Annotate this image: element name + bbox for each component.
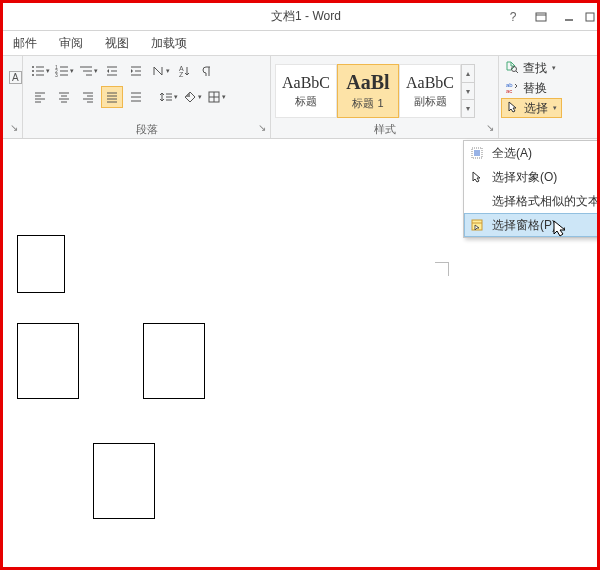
ribbon-tabs: 邮件 审阅 视图 加载项 — [3, 31, 597, 55]
shape-rect-3[interactable] — [143, 323, 205, 399]
editing-group: 查找 ▾ abac 替换 选择 ▾ — [499, 56, 597, 138]
font-launcher-icon[interactable]: ↘ — [10, 122, 18, 133]
svg-rect-0 — [536, 13, 546, 21]
shading-button[interactable]: ▾ — [181, 86, 203, 108]
paragraph-launcher-icon[interactable]: ↘ — [258, 122, 266, 133]
svg-text:ac: ac — [506, 88, 512, 94]
paragraph-group: ▾ 123▾ ▾ ▾ AZ ▾ ▾ — [23, 56, 271, 138]
menu-select-objects[interactable]: 选择对象(O) — [464, 165, 600, 189]
align-center-button[interactable] — [53, 86, 75, 108]
paragraph-group-label: 段落 — [136, 123, 158, 135]
select-button[interactable]: 选择 ▾ — [501, 98, 562, 118]
styles-group-label: 样式 — [374, 123, 396, 135]
ribbon: A ↘ ▾ 123▾ ▾ ▾ AZ — [3, 55, 597, 139]
styles-down-icon[interactable]: ▾ — [462, 83, 474, 101]
select-icon — [506, 100, 520, 117]
align-right-button[interactable] — [77, 86, 99, 108]
title-bar: 文档1 - Word ? — [3, 3, 597, 31]
find-button[interactable]: 查找 ▾ — [501, 58, 560, 78]
find-dropdown-icon[interactable]: ▾ — [552, 64, 556, 72]
svg-point-8 — [32, 74, 34, 76]
styles-more-icon[interactable]: ▾ — [462, 100, 474, 117]
window-controls: ? — [499, 4, 597, 30]
svg-text:Z: Z — [179, 71, 184, 78]
svg-text:3: 3 — [55, 72, 58, 78]
mouse-cursor-icon — [552, 219, 568, 239]
styles-scroller[interactable]: ▴ ▾ ▾ — [461, 64, 475, 118]
select-dropdown-icon[interactable]: ▾ — [553, 104, 557, 112]
window-title: 文档1 - Word — [3, 8, 499, 25]
maximize-button[interactable] — [583, 4, 597, 30]
clear-format-icon[interactable]: A — [9, 71, 22, 84]
menu-selection-pane[interactable]: 选择窗格(P)... — [464, 213, 600, 237]
style-heading1[interactable]: AaBl 标题 1 — [337, 64, 399, 118]
sort-button[interactable]: AZ — [173, 60, 195, 82]
style-title[interactable]: AaBbC 标题 — [275, 64, 337, 118]
borders-button[interactable]: ▾ — [205, 86, 227, 108]
svg-point-4 — [32, 66, 34, 68]
select-menu: 全选(A) 选择对象(O) 选择格式相似的文本 选择窗格(P)... — [463, 140, 600, 238]
bullets-button[interactable]: ▾ — [29, 60, 51, 82]
menu-select-all[interactable]: 全选(A) — [464, 141, 600, 165]
text-direction-button[interactable]: ▾ — [149, 60, 171, 82]
svg-rect-3 — [586, 13, 594, 21]
replace-icon: abac — [505, 80, 519, 97]
ribbon-display-button[interactable] — [527, 4, 555, 30]
selection-pane-icon — [468, 218, 486, 232]
style-subtitle[interactable]: AaBbC 副标题 — [399, 64, 461, 118]
replace-button[interactable]: abac 替换 — [501, 78, 551, 98]
tab-view[interactable]: 视图 — [103, 33, 131, 54]
menu-select-similar[interactable]: 选择格式相似的文本 — [464, 189, 600, 213]
tab-addins[interactable]: 加载项 — [149, 33, 189, 54]
numbering-button[interactable]: 123▾ — [53, 60, 75, 82]
shape-rect-4[interactable] — [93, 443, 155, 519]
shape-rect-1[interactable] — [17, 235, 65, 293]
show-marks-button[interactable] — [197, 60, 219, 82]
align-left-button[interactable] — [29, 86, 51, 108]
svg-line-53 — [516, 71, 518, 73]
minimize-button[interactable] — [555, 4, 583, 30]
font-group-edge: A ↘ — [3, 56, 23, 138]
word-window: 文档1 - Word ? 邮件 审阅 视图 加载项 A — [0, 0, 600, 570]
shape-rect-2[interactable] — [17, 323, 79, 399]
styles-up-icon[interactable]: ▴ — [462, 65, 474, 83]
multilevel-button[interactable]: ▾ — [77, 60, 99, 82]
styles-launcher-icon[interactable]: ↘ — [486, 122, 494, 133]
align-justify-button[interactable] — [101, 86, 123, 108]
svg-point-6 — [32, 70, 34, 72]
decrease-indent-button[interactable] — [101, 60, 123, 82]
page-margin-mark — [435, 262, 449, 276]
find-icon — [505, 60, 519, 77]
select-all-icon — [468, 146, 486, 160]
tab-mailings[interactable]: 邮件 — [11, 33, 39, 54]
increase-indent-button[interactable] — [125, 60, 147, 82]
help-button[interactable]: ? — [499, 4, 527, 30]
select-objects-icon — [468, 170, 486, 184]
styles-group: AaBbC 标题 AaBl 标题 1 AaBbC 副标题 ▴ ▾ ▾ 样式↘ — [271, 56, 499, 138]
distribute-button[interactable] — [125, 86, 147, 108]
tab-review[interactable]: 审阅 — [57, 33, 85, 54]
line-spacing-button[interactable]: ▾ — [157, 86, 179, 108]
